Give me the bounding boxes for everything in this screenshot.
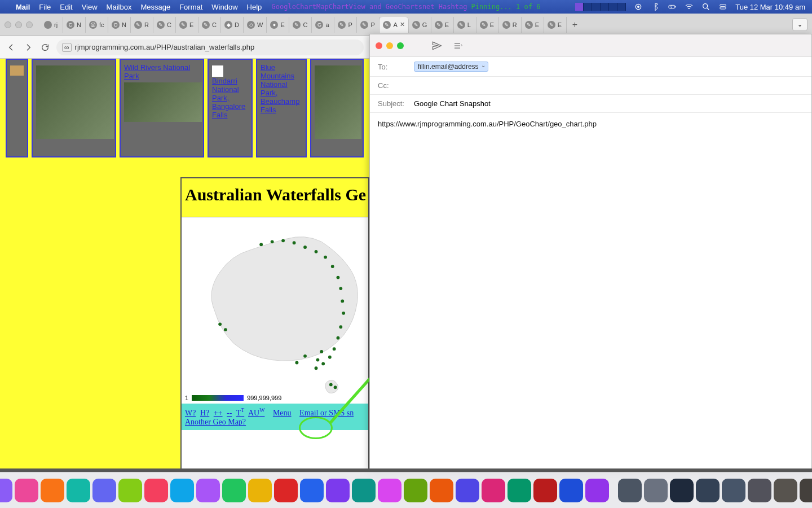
- window-traffic-lights[interactable]: [5, 21, 33, 28]
- browser-tab[interactable]: @fc: [86, 17, 108, 33]
- mail-body[interactable]: https://www.rjmprogramming.com.au/PHP/Ge…: [370, 113, 811, 135]
- waterfall-tile[interactable]: [310, 59, 364, 157]
- dock-app-icon[interactable]: [300, 479, 324, 502]
- menubar-clock[interactable]: Tue 12 Mar 10:49 am: [735, 3, 805, 11]
- screen-record-icon[interactable]: [634, 2, 643, 11]
- dock-app-icon[interactable]: [326, 479, 350, 502]
- geo-map-area[interactable]: 1 999,999,999: [182, 217, 368, 404]
- menu-format[interactable]: Format: [179, 3, 202, 11]
- menu-mail[interactable]: Mail: [16, 3, 30, 11]
- waterfall-tile[interactable]: Bindarri National Park, Bangalore Falls: [208, 59, 253, 157]
- dock-app-icon[interactable]: [196, 479, 220, 502]
- dock-app-icon[interactable]: [352, 479, 376, 502]
- geo-link-t[interactable]: TT: [236, 409, 245, 417]
- bluetooth-icon[interactable]: [651, 2, 660, 11]
- geo-link-another[interactable]: Another Geo Map?: [185, 418, 246, 426]
- battery-icon[interactable]: [668, 2, 677, 11]
- nav-forward-icon[interactable]: [23, 42, 34, 53]
- browser-tab[interactable]: ✎C: [198, 17, 221, 33]
- browser-tab[interactable]: rj: [41, 17, 63, 33]
- dock-app-icon[interactable]: [15, 479, 38, 502]
- geo-link-minus[interactable]: --: [227, 409, 232, 417]
- browser-tab[interactable]: ✎C: [153, 17, 176, 33]
- tile-link[interactable]: Bindarri National Park, Bangalore Falls: [212, 77, 248, 119]
- dock-app-icon[interactable]: [722, 479, 745, 502]
- dock-app-icon[interactable]: [533, 479, 557, 502]
- menu-window[interactable]: Window: [211, 3, 237, 11]
- dock-app-icon[interactable]: [618, 479, 642, 502]
- browser-tab[interactable]: ✎E: [544, 17, 567, 33]
- geo-link-menu[interactable]: Menu: [273, 409, 292, 417]
- nav-back-icon[interactable]: [6, 42, 17, 53]
- browser-tab[interactable]: ✎P: [334, 17, 357, 33]
- dock-app-icon[interactable]: [144, 479, 168, 502]
- dock-app-icon[interactable]: [274, 479, 298, 502]
- dock-app-icon[interactable]: [696, 479, 720, 502]
- mail-to-field[interactable]: To: fillin.email@address: [370, 57, 811, 77]
- dock-app-icon[interactable]: [644, 479, 668, 502]
- tile-link[interactable]: Blue Mountains National Park, Beauchamp …: [261, 63, 302, 114]
- browser-tab[interactable]: ✎R: [131, 17, 153, 33]
- dock-app-icon[interactable]: [508, 479, 531, 502]
- browser-tab[interactable]: ✎A✕: [379, 17, 408, 33]
- send-icon[interactable]: [431, 40, 443, 52]
- browser-tab[interactable]: ✎E: [476, 17, 499, 33]
- geo-link-w[interactable]: W?: [185, 409, 196, 417]
- geo-link-email[interactable]: Email or SMS sn: [299, 409, 354, 417]
- menu-mailbox[interactable]: Mailbox: [107, 3, 132, 11]
- dock-app-icon[interactable]: [430, 479, 453, 502]
- browser-tab[interactable]: ●E: [267, 17, 289, 33]
- dock-app-icon[interactable]: [748, 479, 771, 502]
- dock-app-icon[interactable]: [222, 479, 246, 502]
- dock-app-icon[interactable]: [774, 479, 797, 502]
- menu-help[interactable]: Help: [247, 3, 262, 11]
- tab-overflow-button[interactable]: ⌄: [792, 18, 807, 31]
- dock-app-icon[interactable]: [585, 479, 609, 502]
- url-bar[interactable]: ∞ rjmprogramming.com.au/PHP/australian_w…: [56, 40, 364, 55]
- dock-app-icon[interactable]: [41, 479, 64, 502]
- waterfall-tile[interactable]: Blue Mountains National Park, Beauchamp …: [256, 59, 307, 157]
- wifi-icon[interactable]: [685, 2, 694, 11]
- waterfall-tile[interactable]: Wild Rivers National Park: [120, 59, 204, 157]
- geo-link-au[interactable]: AUW: [248, 409, 264, 417]
- menu-message[interactable]: Message: [140, 3, 170, 11]
- menu-file[interactable]: File: [39, 3, 51, 11]
- site-info-icon[interactable]: ∞: [62, 43, 72, 52]
- browser-tab[interactable]: ON: [108, 17, 131, 33]
- dock-app-icon[interactable]: [67, 479, 90, 502]
- geo-link-plus[interactable]: ++: [214, 409, 223, 417]
- dock-app-icon[interactable]: [170, 479, 194, 502]
- browser-tab[interactable]: CN: [63, 17, 86, 33]
- dock-app-icon[interactable]: [92, 479, 116, 502]
- browser-tab[interactable]: ✎G: [409, 17, 431, 33]
- dock-app-icon[interactable]: [0, 479, 12, 502]
- browser-tab[interactable]: ◇W: [244, 17, 267, 33]
- dock-app-icon[interactable]: [118, 479, 142, 502]
- browser-tab[interactable]: ✎R: [499, 17, 522, 33]
- dock-app-icon[interactable]: [670, 479, 694, 502]
- browser-tab[interactable]: ✎E: [522, 17, 544, 33]
- to-recipient-chip[interactable]: fillin.email@address: [414, 62, 488, 72]
- dock-app-icon[interactable]: [404, 479, 427, 502]
- browser-tab[interactable]: Ga: [312, 17, 334, 33]
- dock-app-icon[interactable]: [378, 479, 401, 502]
- mail-traffic-lights[interactable]: [376, 42, 404, 49]
- waterfall-tile[interactable]: [32, 59, 116, 157]
- browser-tab[interactable]: ✎E: [176, 17, 198, 33]
- browser-tab[interactable]: ✎C: [289, 17, 312, 33]
- browser-tab[interactable]: ✎P: [357, 17, 379, 33]
- browser-tab[interactable]: ◆D: [221, 17, 244, 33]
- new-tab-button[interactable]: +: [567, 20, 583, 30]
- control-center-icon[interactable]: [718, 2, 727, 11]
- mail-subject-field[interactable]: Subject: Google Chart Snapshot: [370, 95, 811, 113]
- browser-tab[interactable]: ✎L: [454, 17, 476, 33]
- geo-link-h[interactable]: H?: [200, 409, 209, 417]
- menu-view[interactable]: View: [82, 3, 98, 11]
- dock-app-icon[interactable]: [559, 479, 583, 502]
- dock-app-icon[interactable]: [800, 479, 812, 502]
- dock-app-icon[interactable]: [482, 479, 505, 502]
- tile-link[interactable]: Wild Rivers National Park: [124, 63, 200, 80]
- reload-icon[interactable]: [39, 42, 51, 53]
- menu-edit[interactable]: Edit: [60, 3, 72, 11]
- spotlight-icon[interactable]: [701, 2, 710, 11]
